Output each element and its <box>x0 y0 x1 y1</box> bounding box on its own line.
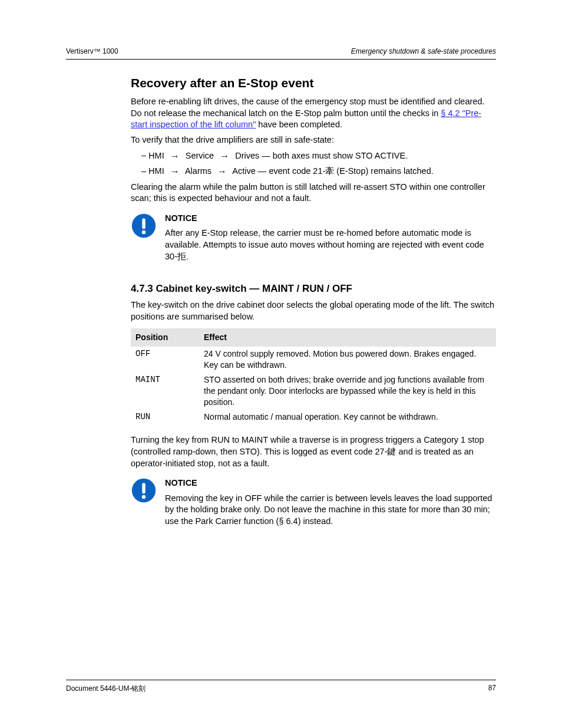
section-title-recovery: Recovery after an E-Stop event <box>131 75 496 91</box>
page-number: 87 <box>488 684 496 694</box>
header-section: Emergency shutdown & safe-state procedur… <box>351 47 496 55</box>
notice-text: After any E-Stop release, the carrier mu… <box>165 228 496 262</box>
notice-text: Removing the key in OFF while the carrie… <box>165 493 496 528</box>
notice-callout: NOTICE After any E-Stop release, the car… <box>131 213 496 266</box>
check-item: HMI → Alarms → Active — event code 21-牽 … <box>141 165 496 178</box>
svg-point-5 <box>142 495 146 499</box>
doc-number: Document 5446-UM-铭刻 <box>66 684 146 694</box>
keyswitch-intro: The key-switch on the drive cabinet door… <box>131 299 496 322</box>
table-row: OFF 24 V control supply removed. Motion … <box>131 347 496 373</box>
svg-rect-4 <box>142 483 146 493</box>
table-row: MAINT STO asserted on both drives; brake… <box>131 373 496 410</box>
clear-note: Clearing the alarm while the palm button… <box>131 182 496 205</box>
page-header: Vertiserv™ 1000 Emergency shutdown & saf… <box>66 47 496 60</box>
table-header: Position <box>131 328 199 347</box>
notice-label: NOTICE <box>165 477 496 489</box>
page-footer: Document 5446-UM-铭刻 87 <box>66 680 496 694</box>
notice-icon <box>131 213 157 239</box>
arrow-right-icon: → <box>170 150 180 163</box>
notice-callout: NOTICE Removing the key in OFF while the… <box>131 477 496 531</box>
section-title-keyswitch: 4.7.3 Cabinet key-switch — MAINT / RUN /… <box>131 282 496 296</box>
keyswitch-post: Turning the key from RUN to MAINT while … <box>131 434 496 469</box>
arrow-right-icon: → <box>170 165 180 178</box>
arrow-right-icon: → <box>220 150 229 163</box>
checks-intro: To verify that the drive amplifiers are … <box>131 134 496 146</box>
header-product: Vertiserv™ 1000 <box>66 47 118 55</box>
table-header: Effect <box>199 328 496 347</box>
table-row: RUN Normal automatic / manual operation.… <box>131 410 496 424</box>
notice-icon <box>131 477 157 503</box>
svg-point-2 <box>142 230 146 234</box>
svg-rect-1 <box>142 218 146 229</box>
check-item: HMI → Service → Drives — both axes must … <box>141 150 496 163</box>
arrow-right-icon: → <box>217 165 227 178</box>
keyswitch-table: Position Effect OFF 24 V control supply … <box>131 328 496 424</box>
notice-label: NOTICE <box>165 213 496 225</box>
checks-list: HMI → Service → Drives — both axes must … <box>141 150 496 178</box>
intro-paragraph: Before re-enabling lift drives, the caus… <box>131 96 496 131</box>
